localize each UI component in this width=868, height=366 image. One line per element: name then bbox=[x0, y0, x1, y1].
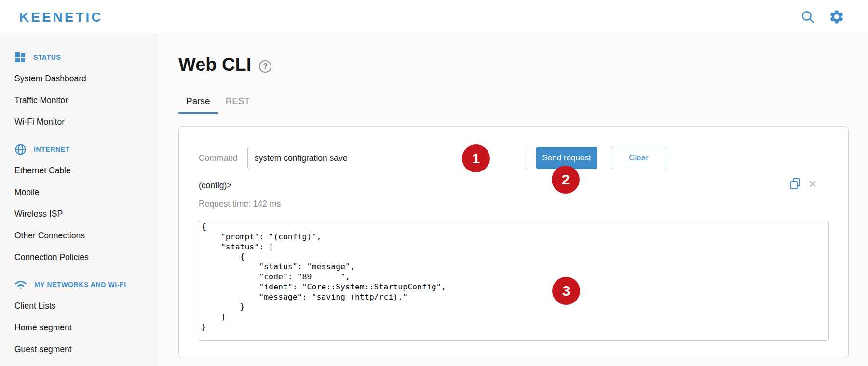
sidebar: STATUS System Dashboard Traffic Monitor … bbox=[0, 34, 158, 366]
sidebar-item-home-segment[interactable]: Home segment bbox=[0, 317, 158, 339]
tab-parse[interactable]: Parse bbox=[178, 96, 218, 114]
sidebar-section-label: INTERNET bbox=[34, 145, 70, 153]
annotation-marker-3: 3 bbox=[552, 277, 580, 305]
tab-rest[interactable]: REST bbox=[218, 96, 258, 114]
close-icon[interactable]: × bbox=[809, 178, 816, 190]
sidebar-item-connection-policies[interactable]: Connection Policies bbox=[0, 247, 158, 268]
top-bar: KEENETIC bbox=[0, 0, 868, 34]
sidebar-item-system-dashboard[interactable]: System Dashboard bbox=[0, 68, 158, 90]
sidebar-item-other-connections[interactable]: Other Connections bbox=[0, 225, 158, 247]
sidebar-section-status[interactable]: STATUS bbox=[0, 47, 158, 68]
cli-prompt: (config)> bbox=[199, 181, 232, 191]
sidebar-item-ethernet-cable[interactable]: Ethernet Cable bbox=[0, 160, 158, 182]
sidebar-item-guest-segment[interactable]: Guest segment bbox=[0, 339, 158, 360]
sidebar-item-traffic-monitor[interactable]: Traffic Monitor bbox=[0, 90, 158, 111]
globe-icon bbox=[14, 144, 27, 156]
sidebar-section-label: MY NETWORKS AND WI-FI bbox=[34, 281, 126, 288]
cli-output-box[interactable]: { "prompt": "(config)", "status": [ { "s… bbox=[199, 221, 829, 341]
annotation-marker-1: 1 bbox=[462, 144, 490, 172]
keenetic-logo: KEENETIC bbox=[19, 10, 103, 25]
webcli-panel: Command Send request Clear (config)> × R… bbox=[178, 126, 849, 358]
tab-bar: Parse REST bbox=[178, 96, 258, 114]
search-icon[interactable] bbox=[799, 8, 817, 26]
sidebar-item-wireless-isp[interactable]: Wireless ISP bbox=[0, 203, 158, 225]
copy-icon[interactable] bbox=[789, 178, 801, 190]
sidebar-item-client-lists[interactable]: Client Lists bbox=[0, 295, 158, 317]
request-time: Request time: 142 ms bbox=[199, 199, 281, 209]
clear-button[interactable]: Clear bbox=[611, 147, 666, 169]
cli-output-json: { "prompt": "(config)", "status": [ { "s… bbox=[199, 221, 828, 332]
sidebar-section-my-networks[interactable]: MY NETWORKS AND WI-FI bbox=[0, 274, 158, 295]
page-title: Web CLI bbox=[178, 54, 251, 75]
sidebar-section-internet[interactable]: INTERNET bbox=[0, 139, 158, 160]
sidebar-item-wifi-monitor[interactable]: Wi-Fi Monitor bbox=[0, 111, 158, 133]
sidebar-item-mobile[interactable]: Mobile bbox=[0, 182, 158, 203]
gear-icon[interactable] bbox=[827, 8, 846, 26]
main-content: Web CLI ? Parse REST Command Send reques… bbox=[159, 34, 868, 366]
command-label: Command bbox=[199, 153, 238, 163]
sidebar-section-label: STATUS bbox=[33, 53, 61, 61]
annotation-marker-2: 2 bbox=[552, 166, 580, 194]
help-icon[interactable]: ? bbox=[259, 60, 271, 73]
dashboard-grid-icon bbox=[14, 52, 26, 63]
wifi-icon bbox=[14, 279, 27, 290]
